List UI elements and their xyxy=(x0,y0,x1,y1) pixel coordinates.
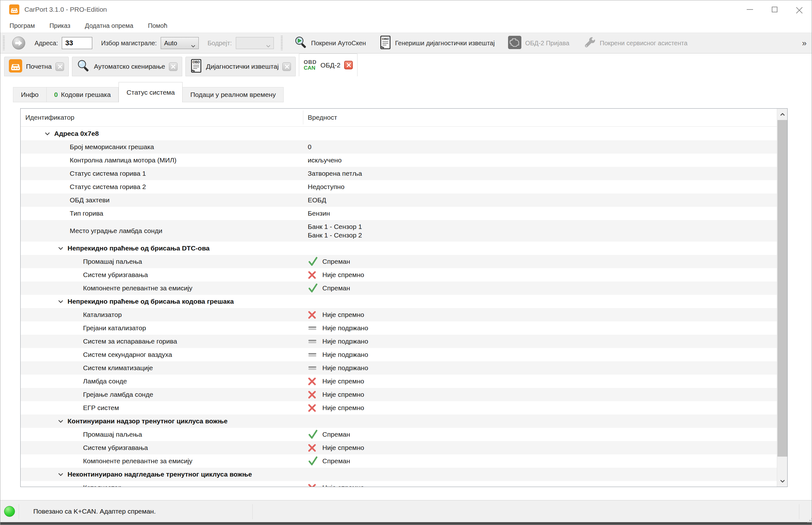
column-header-value[interactable]: Вредност xyxy=(303,114,787,121)
identifier-label: Компоненте релевантне за емисију xyxy=(83,457,192,465)
identifier-label: Статус система горива 2 xyxy=(70,183,146,191)
run-autoscan-button[interactable]: Покрени АутоСкен xyxy=(290,33,371,53)
table-row[interactable]: Грејање ламбда сондеНије спремно xyxy=(20,388,777,401)
table-group-row[interactable]: Адреса 0x7e8 xyxy=(20,127,777,140)
value-text: Није спремно xyxy=(322,404,364,411)
run-service-assistant-button[interactable]: Покрени сервисног асистента xyxy=(578,33,692,53)
identifier-label: Место уградње ламбда сонди xyxy=(70,227,162,235)
value-text: Спреман xyxy=(322,258,350,265)
scrollbar-thumb[interactable] xyxy=(778,120,787,456)
column-header-identifier[interactable]: Идентификатор xyxy=(20,114,303,121)
table-row[interactable]: Статус система горива 1Затворена петља xyxy=(20,167,777,180)
wrench-icon xyxy=(582,36,596,51)
table-row[interactable]: Систем убризгавањаНије спремно xyxy=(20,441,777,454)
menu-extras[interactable]: Додатна опрема xyxy=(80,20,139,31)
menu-view[interactable]: Приказ xyxy=(44,20,75,31)
table-group-row[interactable]: Непрекидно праћење од брисања DTC-ова xyxy=(20,242,777,255)
maximize-button[interactable] xyxy=(762,0,787,19)
table-row[interactable]: Грејани катализаторНије подржано xyxy=(20,321,777,335)
tab-diagnostic-report[interactable]: OBD Дијагностички извештај xyxy=(185,57,296,76)
connect-button[interactable] xyxy=(12,36,26,50)
menu-help[interactable]: Помоћ xyxy=(143,20,173,31)
subtab-realtime-data[interactable]: Подаци у реалном времену xyxy=(183,87,284,102)
obd2-login-button[interactable]: ОБД-2 Пријава xyxy=(504,33,574,53)
menu-program[interactable]: Програм xyxy=(4,20,40,31)
table-group-row[interactable]: Неконтинуирано надгледање тренутног цикл… xyxy=(20,468,777,481)
subtab-system-status[interactable]: Статус система xyxy=(118,82,183,102)
table-row[interactable]: Компоненте релевантне за емисијуСпреман xyxy=(20,282,777,295)
status-table: Идентификатор Вредност Адреса 0x7e8Број … xyxy=(20,108,787,487)
toolbar-overflow-chevron[interactable]: » xyxy=(802,38,807,48)
identifier-label: Промашај паљења xyxy=(83,258,142,265)
value-text: Затворена петља xyxy=(308,170,362,177)
scroll-up-button[interactable] xyxy=(777,109,787,120)
notready-cross-icon xyxy=(308,377,319,386)
tab-close-button[interactable] xyxy=(169,62,177,71)
connection-led-icon xyxy=(4,506,15,517)
ready-check-icon xyxy=(308,283,319,293)
identifier-label: Систем убризгавања xyxy=(83,444,148,452)
run-autoscan-label: Покрени АутоСкен xyxy=(311,40,366,47)
obd-can-icon: OBD CAN xyxy=(304,60,317,71)
generate-report-button[interactable]: OBD Генериши дијагностички извештај xyxy=(375,33,499,54)
toolbar-grip[interactable] xyxy=(3,36,5,50)
subtab-error-codes[interactable]: 0 Кодови грешака xyxy=(47,87,119,102)
table-row[interactable]: Тип гориваБензин xyxy=(20,207,777,220)
vertical-scrollbar[interactable] xyxy=(777,109,787,487)
table-row[interactable]: Број меморисаних грешака0 xyxy=(20,140,777,153)
tab-close-button[interactable] xyxy=(282,62,291,71)
table-row[interactable]: Ламбда сондеНије спремно xyxy=(20,375,777,388)
table-row[interactable]: Систем климатизацијеНије подржано xyxy=(20,361,777,375)
status-bar: Повезано са K+CAN. Адаптер спреман. xyxy=(0,500,812,522)
ready-check-icon xyxy=(308,456,319,466)
group-label: Континуирани надзор тренутног циклуса во… xyxy=(68,417,228,425)
expand-chevron-icon[interactable] xyxy=(45,132,50,136)
table-row[interactable]: Систем убризгавањаНије спремно xyxy=(20,268,777,282)
table-row[interactable]: Место уградње ламбда сондиБанк 1 - Сензо… xyxy=(20,220,777,242)
tab-autoscan[interactable]: Аутоматско скенирање xyxy=(72,57,182,76)
identifier-label: Број меморисаних грешака xyxy=(70,143,154,151)
value-text: Није подржано xyxy=(322,338,368,345)
tab-close-button[interactable] xyxy=(56,62,64,71)
table-row[interactable]: Промашај паљењаСпреман xyxy=(20,255,777,268)
table-row[interactable]: Промашај паљењаСпреман xyxy=(20,428,777,441)
notready-cross-icon xyxy=(308,271,319,279)
table-row[interactable]: Компоненте релевантне за емисијуСпреман xyxy=(20,454,777,468)
subtab-info[interactable]: Инфо xyxy=(13,87,47,102)
baudrate-select[interactable] xyxy=(236,37,274,49)
scroll-down-button[interactable] xyxy=(777,475,787,487)
table-row[interactable]: ОБД захтевиЕОБД xyxy=(20,194,777,207)
table-row[interactable]: Статус система горива 2Недоступно xyxy=(20,180,777,194)
table-row[interactable]: Систем за испаравање гориваНије подржано xyxy=(20,335,777,348)
group-label: Неконтинуирано надгледање тренутног цикл… xyxy=(68,470,252,478)
identifier-label: Систем убризгавања xyxy=(83,271,148,279)
address-input[interactable] xyxy=(62,37,92,49)
generate-report-label: Генериши дијагностички извештај xyxy=(395,40,495,47)
table-row[interactable]: Контролна лампица мотора (МИЛ)искључено xyxy=(20,153,777,167)
expand-chevron-icon[interactable] xyxy=(58,300,63,304)
minimize-button[interactable] xyxy=(738,0,762,19)
table-row[interactable]: КатализаторНије спремно xyxy=(20,481,777,487)
tab-obd2[interactable]: OBD CAN ОБД-2 xyxy=(299,54,358,76)
tab-home[interactable]: Почетна xyxy=(4,57,69,76)
expand-chevron-icon[interactable] xyxy=(58,246,63,251)
expand-chevron-icon[interactable] xyxy=(58,472,63,477)
table-row[interactable]: ЕГР системНије спремно xyxy=(20,401,777,415)
baudrate-label: Бодрејт: xyxy=(207,40,232,47)
table-group-row[interactable]: Континуирани надзор тренутног циклуса во… xyxy=(20,415,777,428)
table-group-row[interactable]: Непрекидно праћење од брисања кодова гре… xyxy=(20,295,777,308)
resize-grip[interactable] xyxy=(808,518,809,519)
close-button[interactable] xyxy=(787,0,812,19)
tab-close-button-active[interactable] xyxy=(344,61,353,69)
table-row[interactable]: КатализаторНије спремно xyxy=(20,308,777,321)
bus-select[interactable]: Auto xyxy=(161,37,199,49)
toolbar-grip[interactable] xyxy=(281,36,283,50)
magnifier-icon xyxy=(77,59,90,74)
subtab-info-label: Инфо xyxy=(21,91,39,99)
notready-cross-icon xyxy=(308,404,319,412)
expand-chevron-icon[interactable] xyxy=(58,419,63,423)
obd-report-icon: OBD xyxy=(379,35,391,51)
table-row[interactable]: Систем секундарног ваздухаНије подржано xyxy=(20,348,777,361)
obd-report-icon: OBD xyxy=(190,59,202,75)
ready-check-icon xyxy=(308,256,319,267)
